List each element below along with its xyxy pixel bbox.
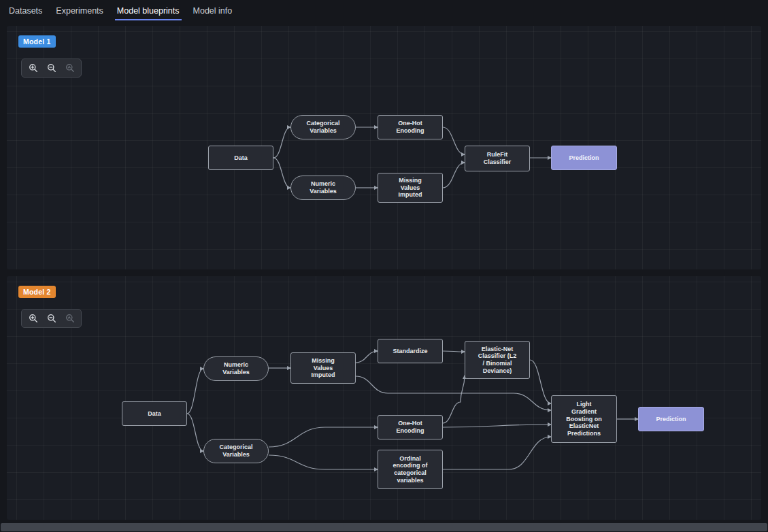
horizontal-scrollbar-thumb[interactable]	[1, 523, 767, 531]
node-one-hot-encoding[interactable]: One-HotEncoding	[378, 415, 443, 439]
zoom-toolbar	[21, 309, 82, 328]
edges-layer	[7, 26, 761, 269]
edge-data-to-numeric-variables	[187, 369, 203, 414]
node-label: NumericVariables	[310, 180, 337, 195]
node-label: NumericVariables	[222, 361, 250, 376]
node-numeric-variables[interactable]: NumericVariables	[203, 356, 269, 381]
edge-ordinal-encoding-to-light-gradient-boosting	[443, 437, 551, 469]
edge-missing-values-imputed-to-light-gradient-boosting	[356, 376, 551, 410]
magnifier-minus-icon	[47, 63, 56, 73]
node-label: One-HotEncoding	[397, 120, 424, 134]
edge-categorical-variables-to-ordinal-encoding	[269, 455, 378, 469]
tab-experiments[interactable]: Experiments	[54, 1, 105, 20]
zoom-out-button[interactable]	[42, 61, 61, 76]
node-data[interactable]: Data	[122, 401, 187, 426]
tab-model-blueprints[interactable]: Model blueprints	[115, 1, 182, 20]
edge-one-hot-encoding-to-light-gradient-boosting	[443, 425, 551, 427]
magnifier-reset-icon	[65, 314, 75, 323]
node-label: MissingValuesImputed	[312, 357, 335, 379]
blueprint-panel-1: Model 1DataCategoricalVariablesOne-HotEn…	[7, 26, 761, 269]
horizontal-scrollbar[interactable]	[0, 522, 768, 532]
zoom-toolbar	[21, 59, 82, 78]
node-label: LightGradientBoosting onElasticNetPredic…	[566, 401, 602, 437]
edge-categorical-variables-to-one-hot-encoding	[269, 427, 378, 447]
node-label: One-HotEncoding	[397, 420, 424, 434]
node-missing-values-imputed[interactable]: MissingValuesImputed	[290, 352, 356, 384]
node-elastic-net-classifier[interactable]: Elastic-NetClassifier (L2/ BinomialDevia…	[465, 341, 530, 379]
edge-one-hot-encoding-to-rulefit-classifier	[443, 127, 465, 154]
node-data[interactable]: Data	[208, 146, 273, 170]
edge-elastic-net-classifier-to-light-gradient-boosting	[530, 360, 551, 403]
node-missing-values-imputed[interactable]: MissingValuesImputed	[378, 173, 443, 203]
node-label: Ordinalencoding ofcategoricalvariables	[393, 455, 428, 484]
node-prediction[interactable]: Prediction	[638, 407, 704, 431]
zoom-out-button[interactable]	[42, 311, 61, 326]
node-label: Prediction	[656, 416, 686, 423]
node-standardize[interactable]: Standardize	[378, 339, 443, 363]
zoom-reset-button[interactable]	[61, 61, 79, 76]
blueprint-panel-2: Model 2DataNumericVariablesMissingValues…	[7, 276, 761, 520]
node-label: Prediction	[569, 154, 599, 162]
node-label: MissingValuesImputed	[399, 177, 422, 199]
magnifier-plus-icon	[29, 63, 38, 73]
node-one-hot-encoding[interactable]: One-HotEncoding	[378, 115, 443, 139]
node-categorical-variables[interactable]: CategoricalVariables	[290, 115, 356, 139]
zoom-reset-button[interactable]	[61, 311, 79, 326]
magnifier-reset-icon	[65, 63, 75, 73]
node-light-gradient-boosting[interactable]: LightGradientBoosting onElasticNetPredic…	[551, 395, 617, 443]
edge-data-to-categorical-variables	[273, 127, 290, 158]
node-categorical-variables[interactable]: CategoricalVariables	[203, 439, 269, 463]
edge-missing-values-imputed-to-rulefit-classifier	[443, 163, 465, 188]
model-badge: Model 1	[18, 35, 56, 48]
model-badge: Model 2	[18, 286, 56, 298]
node-label: Data	[148, 410, 161, 418]
node-label: Data	[234, 154, 248, 162]
node-rulefit-classifier[interactable]: RuleFitClassifier	[465, 146, 530, 171]
node-numeric-variables[interactable]: NumericVariables	[290, 176, 356, 200]
edge-data-to-categorical-variables	[187, 414, 203, 451]
zoom-in-button[interactable]	[24, 61, 42, 76]
edge-data-to-numeric-variables	[273, 158, 290, 188]
magnifier-minus-icon	[47, 314, 56, 323]
blueprint-panels: Model 1DataCategoricalVariablesOne-HotEn…	[0, 20, 768, 520]
edge-standardize-to-elastic-net-classifier	[443, 351, 465, 352]
node-label: CategoricalVariables	[219, 444, 252, 458]
node-ordinal-encoding[interactable]: Ordinalencoding ofcategoricalvariables	[378, 450, 443, 489]
node-label: RuleFitClassifier	[484, 151, 512, 165]
node-label: Standardize	[393, 348, 427, 355]
node-prediction[interactable]: Prediction	[551, 146, 617, 170]
tab-datasets[interactable]: Datasets	[7, 1, 44, 20]
node-label: CategoricalVariables	[306, 120, 339, 134]
edge-one-hot-encoding-to-elastic-net-classifier	[443, 376, 465, 423]
node-label: Elastic-NetClassifier (L2/ BinomialDevia…	[478, 346, 517, 374]
edge-missing-values-imputed-to-standardize	[356, 351, 378, 363]
tab-model-info[interactable]: Model info	[191, 1, 235, 20]
zoom-in-button[interactable]	[24, 311, 42, 326]
magnifier-plus-icon	[29, 314, 38, 323]
top-nav: DatasetsExperimentsModel blueprintsModel…	[0, 0, 768, 20]
